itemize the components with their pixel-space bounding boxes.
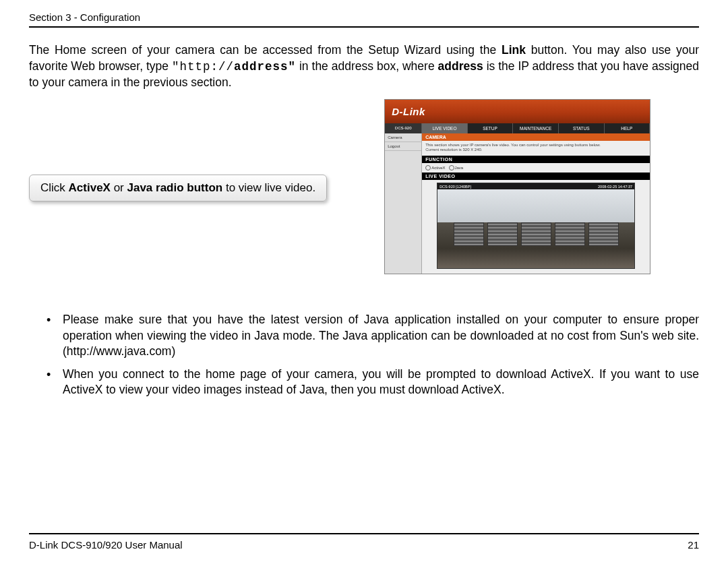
radio-java-label: Java — [455, 166, 464, 170]
tab-help[interactable]: HELP — [605, 123, 650, 133]
shelf-icon — [555, 222, 585, 246]
bullet-list: Please make sure that you have the lates… — [29, 312, 699, 398]
shelf-icon — [454, 222, 484, 246]
address-mono: address" — [234, 60, 296, 73]
nav-row: DCS-920 LIVE VIDEO SETUP MAINTENANCE STA… — [385, 123, 650, 133]
tab-maintenance[interactable]: MAINTENANCE — [513, 123, 559, 133]
shelf-icon — [487, 222, 518, 246]
sidebar: Camera Logout — [385, 133, 422, 274]
desc-line1: This section shows your IP camera's live… — [425, 143, 601, 147]
radio-activex-label: ActiveX — [431, 166, 445, 170]
radio-activex[interactable] — [425, 165, 431, 170]
section-header: Section 3 - Configuration — [29, 11, 699, 28]
http-prefix: "http:// — [172, 60, 234, 73]
video-scene — [437, 189, 634, 268]
sidebar-item-camera[interactable]: Camera — [385, 133, 421, 142]
live-video-title-bar: LIVE VIDEO — [422, 173, 650, 180]
callout-text: or — [111, 181, 127, 194]
footer-manual-title: D-Link DCS-910/920 User Manual — [29, 539, 183, 551]
video-frame: DCS-920 [1240BP] 2008-02-25 14:47:37 — [437, 183, 635, 269]
embedded-screenshot: D-Link DCS-920 LIVE VIDEO SETUP MAINTENA… — [384, 99, 650, 274]
camera-title-bar: CAMERA — [422, 133, 650, 141]
video-overlay: DCS-920 [1240BP] 2008-02-25 14:47:37 — [437, 183, 634, 189]
shelf-icon — [521, 222, 551, 246]
bullet-activex: When you connect to the home page of you… — [63, 367, 699, 398]
intro-text: in the address box, where — [296, 59, 438, 73]
address-bold: address — [438, 59, 483, 73]
tab-status[interactable]: STATUS — [559, 123, 605, 133]
callout-text: to view live video. — [222, 181, 315, 194]
intro-paragraph: The Home screen of your camera can be ac… — [29, 42, 699, 91]
tab-setup[interactable]: SETUP — [468, 123, 514, 133]
camera-description: This section shows your IP camera's live… — [422, 141, 650, 156]
model-label: DCS-920 — [385, 123, 422, 133]
footer-page-number: 21 — [688, 539, 699, 551]
tab-live-video[interactable]: LIVE VIDEO — [422, 123, 468, 133]
intro-text: The Home screen of your camera can be ac… — [29, 43, 502, 57]
callout-activex: ActiveX — [69, 181, 111, 194]
desc-line2: Current resolution is 320 X 240. — [425, 148, 482, 152]
radio-java[interactable] — [449, 165, 454, 170]
shelf-icon — [588, 222, 619, 246]
brand-bar: D-Link — [385, 100, 650, 123]
overlay-timestamp: 2008-02-25 14:47:37 — [598, 185, 632, 189]
page-footer: D-Link DCS-910/920 User Manual 21 — [29, 533, 699, 551]
function-row: ActiveX Java — [422, 163, 650, 173]
callout-text: Click — [40, 181, 69, 194]
function-title-bar: FUNCTION — [422, 156, 650, 163]
bullet-java: Please make sure that you have the lates… — [63, 312, 699, 360]
link-word: Link — [502, 43, 526, 57]
instruction-callout: Click ActiveX or Java radio button to vi… — [29, 175, 327, 201]
overlay-model: DCS-920 [1240BP] — [439, 185, 471, 189]
sidebar-item-logout[interactable]: Logout — [385, 142, 421, 151]
callout-java: Java radio button — [127, 181, 223, 194]
